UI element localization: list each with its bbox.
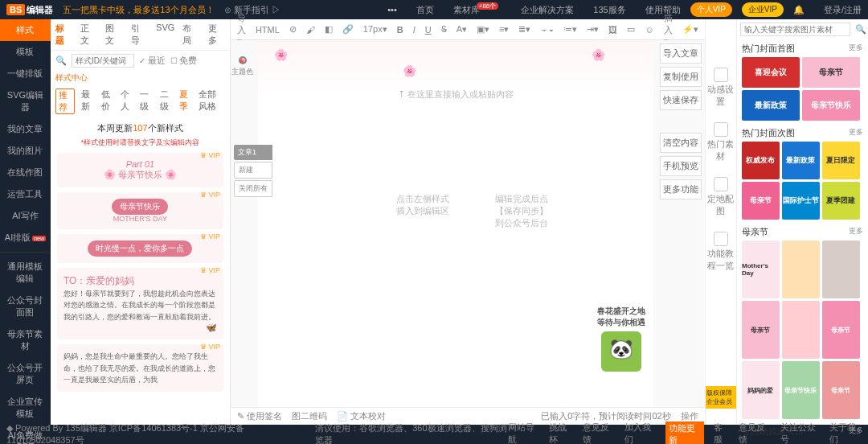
nav-b1[interactable]: 公众号封面图 <box>0 290 51 323</box>
filter-cheap[interactable]: 低价 <box>101 88 114 114</box>
free-check[interactable]: ☐ 免费 <box>170 55 198 67</box>
footer-link[interactable]: 功能更新 <box>665 421 704 444</box>
rail-effects[interactable]: 动感设置 <box>706 68 736 108</box>
footer-op[interactable]: 操作 <box>681 410 698 422</box>
nav-b4[interactable]: 企业宣传模板 <box>0 391 51 425</box>
bg-color-icon[interactable]: ▣▾ <box>475 24 491 35</box>
material-tile[interactable]: 最新政策 <box>742 90 800 121</box>
link-icon[interactable]: 🔗 <box>341 24 355 35</box>
more-link[interactable]: 更多 <box>849 127 863 139</box>
material-tile[interactable]: 最新政策 <box>782 142 820 179</box>
footer-link[interactable]: 意见反馈 <box>583 421 615 444</box>
nav-ai-layout[interactable]: AI排版new <box>0 227 51 249</box>
footer-link[interactable]: 网站导航 <box>508 421 540 444</box>
doc-tab-1[interactable]: 文章1 <box>234 145 272 160</box>
material-tile[interactable]: 权威发布 <box>742 142 780 179</box>
bold-icon[interactable]: B <box>395 25 405 35</box>
material-tile[interactable] <box>782 301 820 359</box>
material-tile[interactable]: Mother's Day <box>742 240 780 298</box>
rail-hot[interactable]: 热门素材 <box>706 122 736 162</box>
personal-vip-button[interactable]: 个人VIP <box>690 2 732 17</box>
list-icon[interactable]: ≔▾ <box>562 24 579 35</box>
material-tile[interactable]: 母亲节 <box>822 361 860 419</box>
tab-more[interactable]: 更多 <box>208 23 225 47</box>
spacing-icon[interactable]: ⫟▾ <box>538 25 555 35</box>
nav-svg-editor[interactable]: SVG编辑器 <box>0 84 51 118</box>
action-import[interactable]: 导入文章 <box>660 43 702 64</box>
material-tile[interactable] <box>822 240 860 298</box>
tab-body[interactable]: 正文 <box>80 23 97 47</box>
strike-icon[interactable]: S̶ <box>440 24 448 35</box>
filter-summer[interactable]: 夏季 <box>179 88 192 114</box>
nav-tools[interactable]: 运营工具 <box>0 183 51 205</box>
nav-auto-layout[interactable]: 一键排版 <box>0 63 51 84</box>
material-tile[interactable]: 母亲节快乐 <box>782 361 820 419</box>
filter-personal[interactable]: 个人 <box>121 88 133 114</box>
footer-link[interactable]: 挑战杯 <box>549 421 573 444</box>
nav-dots[interactable]: ••• <box>387 5 397 14</box>
nav-ai-write[interactable]: AI写作 <box>0 205 51 227</box>
tab-title[interactable]: 标题 <box>55 23 72 47</box>
material-search-input[interactable] <box>740 23 850 36</box>
nav-my-articles[interactable]: 我的文章 <box>0 118 51 140</box>
nav-home[interactable]: 首页 <box>416 4 434 16</box>
footer-qr[interactable]: 图二维码 <box>292 410 327 422</box>
style-card-1[interactable]: ♛ VIP Part 01 🌸 母亲节快乐 🌸 <box>57 153 223 187</box>
nav-enterprise[interactable]: 企业解决方案 <box>521 4 574 16</box>
footer-link[interactable]: 意见反馈 <box>739 421 771 444</box>
doc-tab-new[interactable]: 新建 <box>234 162 272 179</box>
line-height-icon[interactable]: ≣▾ <box>517 24 532 35</box>
image-icon[interactable]: 🖼 <box>607 25 619 35</box>
footer-link[interactable]: 加入我们 <box>624 421 657 444</box>
material-tile[interactable]: 妈妈的爱 <box>742 361 780 419</box>
nav-my-images[interactable]: 我的图片 <box>0 140 51 162</box>
brush-icon[interactable]: 🖌 <box>305 25 317 35</box>
tab-svg[interactable]: SVG <box>156 23 174 47</box>
emoji-icon[interactable]: ☺ <box>643 25 655 35</box>
material-tile[interactable]: 母亲节 <box>802 57 860 88</box>
rail-tutorial[interactable]: 功能教程一览 <box>706 232 736 272</box>
material-tile[interactable]: 国际护士节 <box>782 182 820 220</box>
indent-icon[interactable]: ⇥▾ <box>585 24 600 35</box>
nav-b2[interactable]: 母亲节素材 <box>0 323 51 357</box>
filter-new[interactable]: 最新 <box>81 88 94 114</box>
theme-color[interactable]: 主题色 <box>231 40 255 407</box>
footer-proof[interactable]: 📄 文本校对 <box>337 410 386 422</box>
font-color-icon[interactable]: A▾ <box>455 24 469 35</box>
style-center-link[interactable]: 样式中心 <box>55 72 88 84</box>
footer-sign[interactable]: ✎ 使用签名 <box>237 410 282 422</box>
nav-style[interactable]: 样式 <box>0 19 51 41</box>
nav-online-draw[interactable]: 在线作图 <box>0 162 51 183</box>
material-tile[interactable]: 母亲节快乐 <box>802 90 860 121</box>
material-tile[interactable]: 夏日限定 <box>822 142 860 179</box>
tab-imgtext[interactable]: 图文 <box>105 23 122 47</box>
logo[interactable]: BS编辑器 <box>6 4 53 16</box>
more-link[interactable]: 更多 <box>849 226 863 238</box>
tab-guide[interactable]: 引导 <box>131 23 148 47</box>
promo-2[interactable]: ⊙ 新手指引 ▷ <box>224 4 280 16</box>
rail-vip-badge[interactable]: 版权保障企业会员 <box>706 386 736 409</box>
action-more[interactable]: 更多功能 <box>660 179 702 199</box>
filter-all[interactable]: 全部风格 <box>199 88 225 114</box>
action-copy[interactable]: 复制使用 <box>660 67 702 87</box>
style-card-2[interactable]: ♛ VIP 母亲节快乐 MOTHER'S DAY <box>57 192 223 229</box>
search-icon[interactable]: 🔍 <box>850 23 868 36</box>
doc-tab-closeall[interactable]: 关闭所有 <box>234 180 272 197</box>
nav-service[interactable]: 135服务 <box>593 4 625 16</box>
style-card-4[interactable]: ♛ VIP TO：亲爱的妈妈 您好！母亲节就要到了，我想趁此机会向您表达对您的感… <box>57 268 223 339</box>
style-card-5[interactable]: ♛ VIP 妈妈，您是我生命中最重要的人。您给了我生命，也给了我无尽的爱。在我成… <box>57 344 223 392</box>
footer-link[interactable]: 关注公众号 <box>780 421 820 444</box>
recent-check[interactable]: ✓ 最近 <box>139 55 166 67</box>
nav-material[interactable]: 素材库+86个 <box>453 4 502 16</box>
clear-format-icon[interactable]: ⊘ <box>288 24 298 35</box>
filter-l1[interactable]: 一级 <box>140 88 153 114</box>
underline-icon[interactable]: U <box>424 25 433 35</box>
action-clear[interactable]: 清空内容 <box>660 133 702 153</box>
style-search-input[interactable] <box>72 54 134 68</box>
material-tile[interactable]: 母亲节 <box>742 301 780 359</box>
material-tile[interactable]: 母亲节 <box>742 182 780 220</box>
style-card-3[interactable]: ♛ VIP 时光慢一点，爱你多一点 <box>57 234 223 263</box>
font-size[interactable]: 17px▾ <box>362 24 389 35</box>
more-link[interactable]: 更多 <box>849 43 863 55</box>
action-save[interactable]: 快速保存 <box>660 90 702 110</box>
